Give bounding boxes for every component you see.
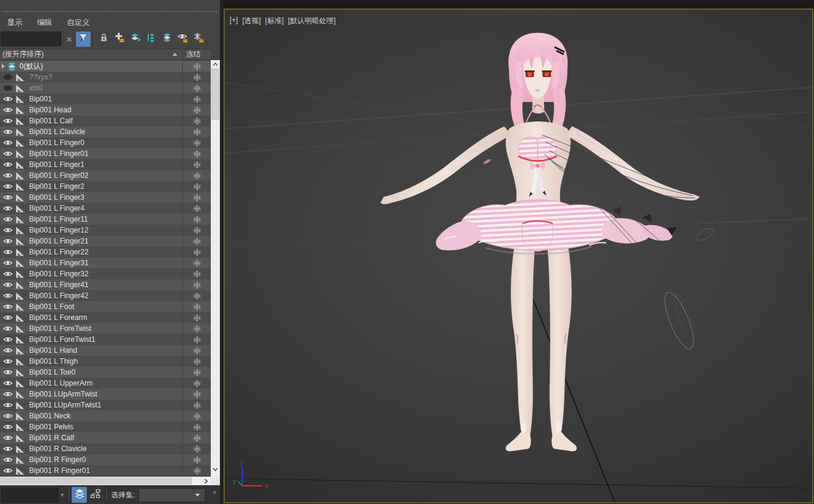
freeze-toggle[interactable]: [182, 279, 211, 290]
visibility-eye-icon[interactable]: [2, 138, 13, 148]
row-name-cell[interactable]: Bip001 R Finger01: [0, 465, 182, 476]
row-name-cell[interactable]: Bip001 L Finger01: [0, 148, 182, 159]
row-label[interactable]: Bip001 Pelvis: [29, 423, 74, 431]
visibility-eye-icon[interactable]: [2, 247, 13, 257]
explorer-row-Bip001-R-Clavicle[interactable]: Bip001 R Clavicle: [0, 443, 211, 454]
sort-header-cell[interactable]: (按升序排序): [0, 49, 182, 60]
search-input[interactable]: [1, 32, 61, 46]
visibility-eye-icon[interactable]: [2, 280, 13, 290]
hidden-object-icon[interactable]: [2, 83, 13, 93]
freeze-toggle[interactable]: [182, 236, 211, 247]
visibility-eye-icon[interactable]: [2, 203, 13, 213]
freeze-toggle[interactable]: [182, 148, 211, 159]
explorer-row-Bip001-Neck[interactable]: Bip001 Neck: [0, 410, 211, 421]
row-name-cell[interactable]: Bip001 L Thigh: [0, 356, 182, 367]
viewport-menu-label[interactable]: [+]: [230, 16, 238, 26]
freeze-toggle[interactable]: [182, 454, 211, 465]
row-label[interactable]: Bip001 L Foot: [29, 302, 74, 311]
visibility-eye-icon[interactable]: [2, 455, 13, 465]
visibility-eye-icon[interactable]: [2, 335, 13, 344]
filter-button[interactable]: [76, 32, 91, 47]
freeze-toggle[interactable]: [182, 421, 211, 432]
explorer-row-Bip001-L-Finger21[interactable]: Bip001 L Finger21: [0, 236, 211, 247]
explorer-row-Bip001-L-Finger0[interactable]: Bip001 L Finger0: [0, 137, 211, 148]
viewport-shading-label[interactable]: [默认明暗处理]: [288, 16, 336, 26]
row-label[interactable]: Bip001 L Finger12: [29, 226, 89, 234]
freeze-toggle[interactable]: [182, 225, 211, 236]
freeze-toggle[interactable]: [182, 356, 211, 367]
freeze-toggle[interactable]: [182, 443, 211, 454]
explorer-row-Bip001-L-Finger02[interactable]: Bip001 L Finger02: [0, 170, 211, 181]
explorer-row-Bip001-L-Forearm[interactable]: Bip001 L Forearm: [0, 312, 211, 323]
visibility-eye-icon[interactable]: [2, 236, 13, 246]
row-name-cell[interactable]: Bip001 R Calf: [0, 432, 182, 443]
explorer-row-Bip001-L-Finger1[interactable]: Bip001 L Finger1: [0, 159, 211, 170]
explorer-row-Bip001-R-Finger0[interactable]: Bip001 R Finger0: [0, 454, 211, 465]
layers-view-button[interactable]: [160, 32, 174, 47]
explorer-row-Bip001-L-Foot[interactable]: Bip001 L Foot: [0, 301, 211, 312]
row-label[interactable]: 0(默认): [19, 61, 43, 72]
row-name-cell[interactable]: Bip001 Head: [0, 104, 182, 115]
row-label[interactable]: Bip001 L Finger41: [29, 281, 89, 289]
hierarchy-view-button[interactable]: [144, 32, 159, 47]
menu-customize[interactable]: 自定义: [60, 16, 97, 29]
row-label[interactable]: Bip001 L Finger42: [29, 291, 89, 300]
row-name-cell[interactable]: Bip001 L Forearm: [0, 312, 182, 323]
freeze-toggle[interactable]: [182, 159, 211, 170]
row-name-cell[interactable]: Bip001 L UpperArm: [0, 378, 182, 389]
display-layers-button[interactable]: [72, 487, 87, 503]
row-label[interactable]: Bip001 Neck: [29, 412, 70, 420]
freeze-toggle[interactable]: [182, 301, 211, 312]
row-label[interactable]: xtxü: [29, 84, 43, 92]
row-name-cell[interactable]: Bip001 L Finger3: [0, 192, 182, 203]
explorer-row-Bip001-L-Toe0[interactable]: Bip001 L Toe0: [0, 367, 211, 378]
visibility-eye-icon[interactable]: [2, 422, 13, 432]
row-label[interactable]: Bip001 L Finger4: [29, 204, 84, 213]
horizontal-scrollbar[interactable]: [0, 477, 211, 485]
toggle-freeze-button[interactable]: [191, 32, 206, 47]
freeze-toggle[interactable]: [182, 465, 211, 476]
row-label[interactable]: Bip001 LUpArmTwist: [29, 390, 97, 398]
vertical-scrollbar[interactable]: [211, 60, 220, 477]
lock-editing-button[interactable]: [97, 32, 111, 47]
visibility-eye-icon[interactable]: [2, 171, 13, 180]
explorer-row-Bip001-L-ForeTwist[interactable]: Bip001 L ForeTwist: [0, 323, 211, 334]
row-name-cell[interactable]: Bip001 Pelvis: [0, 421, 182, 432]
visibility-eye-icon[interactable]: [2, 269, 13, 279]
freeze-header-cell[interactable]: 冻结: [182, 49, 211, 60]
row-label[interactable]: Bip001 L Calf: [29, 117, 73, 125]
freeze-toggle[interactable]: [182, 290, 211, 301]
hidden-object-icon[interactable]: [2, 72, 13, 82]
visibility-eye-icon[interactable]: [2, 105, 13, 115]
row-name-cell[interactable]: Bip001 L Finger21: [0, 236, 182, 247]
explorer-row-Bip001-L-Finger11[interactable]: Bip001 L Finger11: [0, 214, 211, 225]
visibility-eye-icon[interactable]: [2, 127, 13, 137]
row-name-cell[interactable]: Bip001 Neck: [0, 410, 182, 421]
visibility-eye-icon[interactable]: [2, 225, 13, 235]
explorer-row-Bip001-L-ForeTwist1[interactable]: Bip001 L ForeTwist1: [0, 334, 211, 345]
freeze-toggle[interactable]: [182, 170, 211, 181]
visibility-eye-icon[interactable]: [2, 389, 13, 399]
row-name-cell[interactable]: Bip001 L Toe0: [0, 367, 182, 378]
explorer-row-Bip001-L-UpperArm[interactable]: Bip001 L UpperArm: [0, 378, 211, 389]
row-label[interactable]: Bip001 L Clavicle: [29, 128, 85, 136]
row-label[interactable]: Bip001 L ForeTwist1: [29, 335, 95, 344]
row-label[interactable]: ??xyx?: [29, 73, 52, 81]
row-label[interactable]: Bip001 R Calf: [29, 434, 74, 442]
row-name-cell[interactable]: Bip001 L Finger1: [0, 159, 182, 170]
dock-grip[interactable]: [1, 10, 219, 13]
freeze-toggle[interactable]: [182, 104, 211, 115]
row-name-cell[interactable]: 0(默认): [0, 61, 182, 72]
explorer-row-Bip001-L-Finger31[interactable]: Bip001 L Finger31: [0, 257, 211, 268]
visibility-eye-icon[interactable]: [2, 356, 13, 366]
freeze-toggle[interactable]: [182, 126, 211, 137]
visibility-eye-icon[interactable]: [2, 302, 13, 312]
explorer-row-Bip001-L-Clavicle[interactable]: Bip001 L Clavicle: [0, 126, 211, 137]
row-name-cell[interactable]: Bip001 L Clavicle: [0, 126, 182, 137]
row-name-cell[interactable]: Bip001 L Finger4: [0, 203, 182, 214]
row-name-cell[interactable]: Bip001 L Finger22: [0, 247, 182, 257]
viewport-pov-label[interactable]: [透视]: [242, 16, 261, 26]
explorer-row-Bip001-L-Finger3[interactable]: Bip001 L Finger3: [0, 192, 211, 203]
explorer-row-??xyx?[interactable]: ??xyx?: [0, 72, 211, 83]
row-name-cell[interactable]: Bip001 L Finger11: [0, 214, 182, 225]
